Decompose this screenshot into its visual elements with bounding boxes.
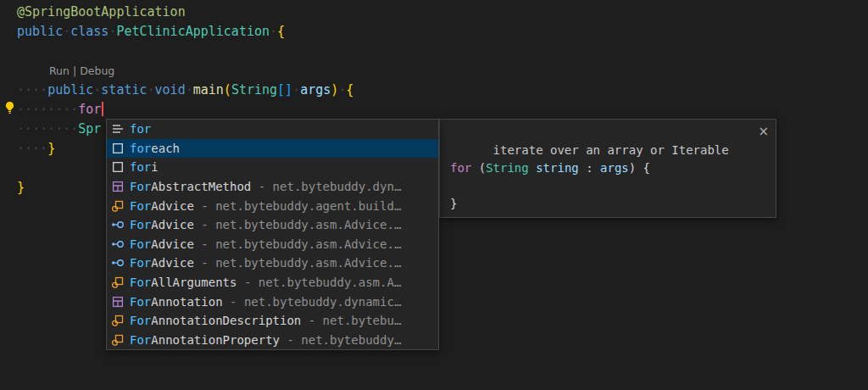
suggestion-label: AbstractMethod: [151, 180, 251, 193]
suggestion-label: each: [151, 142, 180, 155]
code-token: for: [78, 102, 101, 117]
class-icon: [111, 276, 125, 289]
class-icon: [111, 333, 125, 347]
suggestion-item[interactable]: ForAdvice - net.bytebuddy.asm.Advice.…: [107, 235, 438, 254]
code-token: {: [277, 24, 285, 39]
code-editor-screen: @SpringBootApplicationpublic·class·PetCl…: [0, 0, 868, 390]
snippet-box-icon: [111, 160, 125, 174]
interface-icon: [111, 256, 125, 270]
suggestion-label: AllArguments: [151, 276, 236, 289]
code-line[interactable]: ····public·static·void·main(String[]·arg…: [17, 81, 353, 100]
suggestion-label: Advice: [151, 199, 194, 213]
suggestion-item[interactable]: ForAnnotationDescription - net.bytebu…: [107, 311, 438, 331]
docs-code-block: for (String string : args) {}: [450, 159, 765, 213]
suggestion-detail: - net.bytebuddy.asm.Advice.…: [194, 237, 401, 251]
code-token: PetClinicApplication: [116, 24, 270, 39]
code-token: ····: [17, 141, 47, 156]
annotation-icon: [111, 295, 125, 309]
suggest-docs-panel: iterate over an array or Iterable × for …: [439, 119, 776, 218]
code-token: ····: [17, 82, 47, 98]
code-token: ): [331, 82, 338, 98]
code-token: ) {: [629, 161, 650, 175]
suggestion-label: Annotation: [151, 295, 222, 309]
interface-icon: [111, 218, 125, 231]
interface-icon: [111, 237, 125, 251]
snippet-box-icon: [111, 142, 125, 155]
docs-code-line: [450, 177, 765, 195]
code-token: }: [47, 141, 55, 156]
class-icon: [111, 314, 125, 327]
suggestion-match-text: For: [130, 256, 151, 270]
suggestion-item[interactable]: ForAnnotation - net.bytebuddy.dynamic…: [107, 292, 438, 311]
suggestion-item[interactable]: ForAdvice - net.bytebuddy.asm.Advice.…: [107, 215, 438, 235]
code-token: Spr: [78, 121, 101, 136]
suggestion-label: AnnotationProperty: [151, 333, 280, 347]
suggestion-detail: - net.bytebuddy.asm.Advice.…: [194, 218, 401, 231]
suggestion-detail: - net.bytebuddy…: [280, 333, 401, 347]
annotation-icon: [111, 180, 125, 193]
suggestion-item[interactable]: for: [107, 120, 438, 139]
code-token: (: [224, 82, 231, 98]
code-token: }: [17, 180, 25, 195]
suggestion-item[interactable]: ForAllArguments - net.bytebuddy.asm.A…: [107, 273, 438, 292]
codelens-separator: |: [70, 64, 80, 77]
codelens-run-link[interactable]: Run: [49, 64, 70, 77]
code-line[interactable]: @SpringBootApplication: [17, 3, 353, 22]
suggestion-match-text: For: [130, 237, 151, 251]
code-line[interactable]: public·class·PetClinicApplication·{: [17, 22, 353, 42]
code-token: {: [346, 82, 353, 98]
suggestion-match-text: for: [130, 160, 151, 174]
code-token: ·: [147, 82, 155, 98]
suggestion-label: i: [151, 160, 158, 174]
suggestion-detail: - net.bytebuddy.dyn…: [251, 180, 401, 193]
suggestion-detail: - net.bytebuddy.asm.A…: [236, 276, 401, 289]
suggestion-match-text: For: [130, 333, 151, 347]
code-token: args: [300, 82, 331, 98]
code-token: string: [536, 161, 579, 175]
code-token: ·: [93, 82, 101, 98]
suggestion-detail: - net.bytebuddy.agent.build…: [194, 199, 401, 213]
suggestion-detail: - net.bytebu…: [301, 314, 401, 327]
suggestion-item[interactable]: fori: [107, 158, 438, 177]
docs-header: iterate over an array or Iterable ×: [450, 124, 765, 142]
suggestion-match-text: For: [130, 180, 151, 193]
suggest-widget: forforeachforiForAbstractMethod - net.by…: [106, 119, 439, 350]
code-token: ·: [292, 82, 300, 98]
code-token: []: [277, 82, 292, 98]
suggestion-item[interactable]: ForAnnotationProperty - net.bytebuddy…: [107, 331, 438, 350]
suggestion-label: Advice: [151, 218, 194, 231]
suggestion-label: Advice: [151, 237, 194, 251]
suggestion-item[interactable]: ForAdvice - net.bytebuddy.agent.build…: [107, 196, 438, 215]
suggestion-item[interactable]: foreach: [107, 139, 438, 159]
code-token: void: [155, 82, 186, 98]
code-line[interactable]: [17, 42, 353, 61]
code-line[interactable]: Run | Debug: [17, 61, 353, 81]
docs-code-line: }: [450, 195, 765, 213]
suggestion-label: Advice: [151, 256, 194, 270]
code-token: static: [101, 82, 147, 98]
suggestion-item[interactable]: ForAdvice - net.bytebuddy.asm.Advice.…: [107, 254, 438, 273]
code-token: ·: [186, 82, 193, 98]
code-line[interactable]: ········for: [17, 100, 353, 120]
suggestion-match-text: For: [130, 314, 151, 327]
suggestion-match-text: For: [130, 276, 151, 289]
code-token: args: [600, 161, 629, 175]
close-icon[interactable]: ×: [758, 123, 769, 141]
code-token: String: [231, 82, 277, 98]
lightbulb-icon[interactable]: [3, 101, 17, 115]
snippet-icon: [111, 122, 125, 136]
suggestion-detail: - net.bytebuddy.asm.Advice.…: [194, 256, 401, 270]
code-token: ·: [338, 82, 346, 98]
text-cursor: [102, 102, 103, 116]
suggestion-detail: - net.bytebuddy.dynamic…: [223, 295, 402, 309]
code-token: }: [450, 197, 457, 210]
suggestion-match-text: For: [130, 199, 151, 213]
code-token: :: [579, 161, 600, 175]
code-token: @SpringBootApplication: [17, 4, 186, 20]
codelens-debug-link[interactable]: Debug: [80, 64, 114, 77]
docs-summary-text: iterate over an array or Iterable: [493, 143, 729, 157]
suggestion-match-text: for: [130, 142, 151, 155]
class-icon: [111, 199, 125, 213]
suggestion-match-text: For: [130, 218, 151, 231]
suggestion-item[interactable]: ForAbstractMethod - net.bytebuddy.dyn…: [107, 177, 438, 197]
